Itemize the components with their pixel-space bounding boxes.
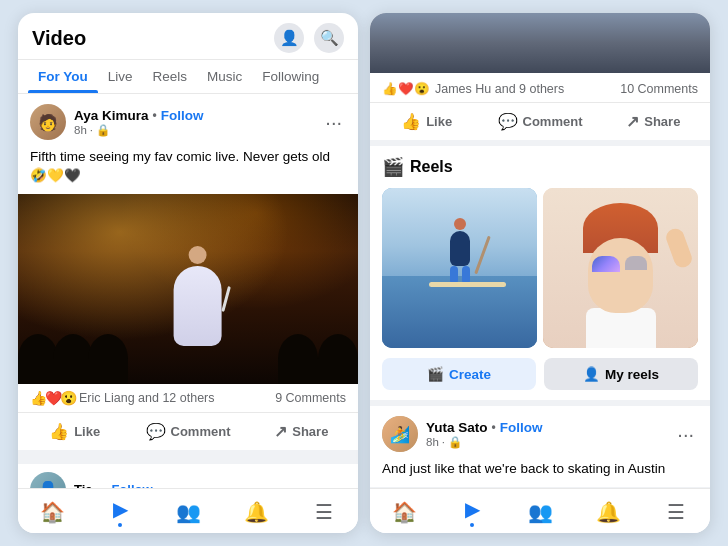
post-author: 🧑 Aya Kimura • Follow 8h · 🔒 <box>30 104 203 140</box>
like-button[interactable]: 👍 Like <box>18 415 131 448</box>
my-reels-button[interactable]: 👤 My reels <box>544 358 698 390</box>
nav-video[interactable]: ▶ <box>86 495 154 529</box>
bottom-nav-left: 🏠 ▶ 👥 🔔 ☰ <box>18 488 358 533</box>
nav-notifications[interactable]: 🔔 <box>222 495 290 529</box>
author-name: Aya Kimura <box>74 108 149 123</box>
post-header: 🧑 Aya Kimura • Follow 8h · 🔒 <box>18 94 358 144</box>
right-nav-groups[interactable]: 👥 <box>506 495 574 529</box>
left-phone: Video 👤 🔍 For You Live Reels Music Follo… <box>18 13 358 533</box>
post2-meta: 8h · 🔒 <box>426 435 542 449</box>
share-button[interactable]: ↗ Share <box>245 415 358 448</box>
follow-button[interactable]: Follow <box>161 108 204 123</box>
right-nav-home[interactable]: 🏠 <box>370 495 438 529</box>
right-comment-button[interactable]: 💬 Comment <box>483 105 596 138</box>
reel-thumb-2[interactable] <box>543 188 698 348</box>
comments-count[interactable]: 9 Comments <box>275 391 346 405</box>
create-icon: 🎬 <box>427 366 444 382</box>
reels-header: 🎬 Reels <box>382 156 698 178</box>
post2-author-name: Yuta Sato <box>426 420 488 435</box>
more-options-button[interactable]: ··· <box>321 111 346 134</box>
post2-privacy-icon: 🔒 <box>448 435 462 449</box>
profile-icon[interactable]: 👤 <box>274 23 304 53</box>
left-phone-content: 🧑 Aya Kimura • Follow 8h · 🔒 <box>18 94 358 488</box>
post-text: Fifth time seeing my fav comic live. Nev… <box>18 144 358 194</box>
post2-avatar: 🏄 <box>382 416 418 452</box>
next-post-preview: 👤 Tia... Follow <box>18 458 358 488</box>
video-stage <box>18 194 358 384</box>
right-phone-content: 👍❤️😮 James Hu and 9 others 10 Comments 👍… <box>370 13 710 488</box>
right-nav-notifications[interactable]: 🔔 <box>574 495 642 529</box>
post-meta: 8h · 🔒 <box>74 123 203 137</box>
right-comments-count[interactable]: 10 Comments <box>620 82 698 96</box>
action-bar: 👍 Like 💬 Comment ↗ Share <box>18 412 358 450</box>
tab-for-you[interactable]: For You <box>28 60 98 93</box>
right-phone: 👍❤️😮 James Hu and 9 others 10 Comments 👍… <box>370 13 710 533</box>
next-post-avatar: 👤 <box>30 472 66 488</box>
tab-reels[interactable]: Reels <box>143 60 198 93</box>
reels-section: 🎬 Reels <box>370 146 710 400</box>
reels-grid <box>382 188 698 348</box>
reels-buttons: 🎬 Create 👤 My reels <box>382 358 698 390</box>
create-reel-button[interactable]: 🎬 Create <box>382 358 536 390</box>
post2-more-button[interactable]: ··· <box>673 423 698 446</box>
reels-icon: 🎬 <box>382 156 404 178</box>
right-nav-menu[interactable]: ☰ <box>642 495 710 529</box>
right-comment-icon: 💬 <box>498 112 518 131</box>
post2-follow-button[interactable]: Follow <box>500 420 543 435</box>
bottom-nav-right: 🏠 ▶ 👥 🔔 ☰ <box>370 488 710 533</box>
right-action-bar: 👍 Like 💬 Comment ↗ Share <box>370 102 710 140</box>
nav-menu[interactable]: ☰ <box>290 495 358 529</box>
comment-button[interactable]: 💬 Comment <box>131 415 244 448</box>
post2-text: And just like that we're back to skating… <box>370 456 710 487</box>
post2-header: 🏄 Yuta Sato • Follow 8h · 🔒 <box>370 406 710 456</box>
right-like-icon: 👍 <box>401 112 421 131</box>
tabs-row: For You Live Reels Music Following <box>18 60 358 94</box>
header-icons: 👤 🔍 <box>274 23 344 53</box>
right-nav-video[interactable]: ▶ <box>438 495 506 529</box>
share-icon: ↗ <box>274 422 287 441</box>
post-card: 🧑 Aya Kimura • Follow 8h · 🔒 <box>18 94 358 450</box>
post-card-2: 🏄 Yuta Sato • Follow 8h · 🔒 <box>370 406 710 487</box>
post-time: 8h <box>74 124 87 136</box>
post-video[interactable] <box>18 194 358 384</box>
right-share-icon: ↗ <box>626 112 639 131</box>
like-icon: 👍 <box>49 422 69 441</box>
right-share-button[interactable]: ↗ Share <box>597 105 710 138</box>
reel-thumb-1[interactable] <box>382 188 537 348</box>
tab-music[interactable]: Music <box>197 60 252 93</box>
reaction-emojis: 👍 ❤️ 😮 <box>30 390 75 406</box>
author-avatar: 🧑 <box>30 104 66 140</box>
nav-home[interactable]: 🏠 <box>18 495 86 529</box>
comment-icon: 💬 <box>146 422 166 441</box>
right-like-button[interactable]: 👍 Like <box>370 105 483 138</box>
engagement-row: 👍❤️😮 James Hu and 9 others 10 Comments <box>370 73 710 102</box>
page-title: Video <box>32 27 86 50</box>
tab-following[interactable]: Following <box>252 60 329 93</box>
reaction-bar: 👍 ❤️ 😮 Eric Liang and 12 others 9 Commen… <box>18 384 358 412</box>
reels-title: Reels <box>410 158 453 176</box>
nav-groups[interactable]: 👥 <box>154 495 222 529</box>
search-icon[interactable]: 🔍 <box>314 23 344 53</box>
post-privacy-icon: 🔒 <box>96 123 110 137</box>
tab-live[interactable]: Live <box>98 60 143 93</box>
right-reactor-text: James Hu and 9 others <box>435 82 564 96</box>
top-video-section <box>370 13 710 73</box>
reels-person-icon: 👤 <box>583 366 600 382</box>
left-phone-header: Video 👤 🔍 <box>18 13 358 60</box>
post2-time: 8h <box>426 436 439 448</box>
reactor-text: Eric Liang and 12 others <box>79 391 215 405</box>
